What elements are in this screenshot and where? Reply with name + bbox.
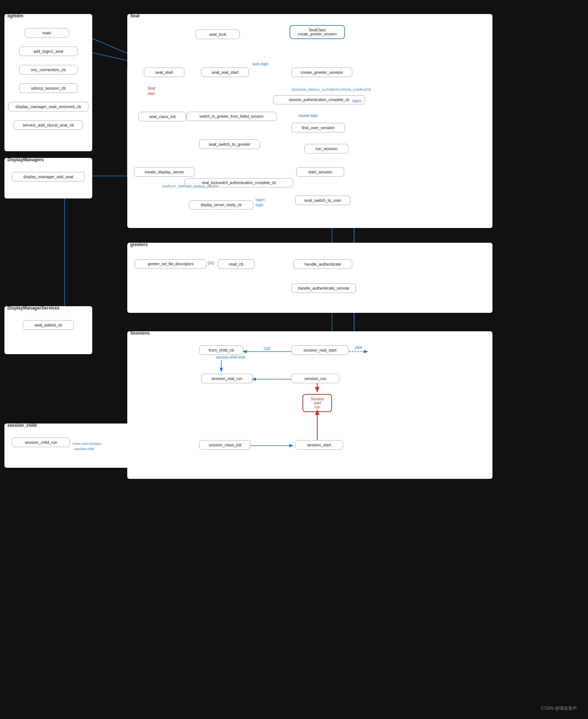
diagram-container: lightdm main add_login1_seat vnc_connect…	[0, 0, 588, 719]
panel-title-greeters: greeters	[130, 242, 148, 247]
node-read-cb: read_cb	[218, 259, 255, 269]
node-seat-added-cb: seat_added_cb	[23, 320, 74, 330]
label-seat-start: Seat start	[148, 86, 155, 96]
label-gio1: GIO	[208, 261, 214, 265]
label-auto-login: auto login	[253, 62, 269, 66]
panel-title-sessions: Sessions	[130, 331, 150, 336]
node-create-greeter-session: create_greeter_session	[291, 68, 352, 77]
panel-display-managers: DisplayManagers display_manager_add_seat	[4, 158, 92, 198]
panel-title-display-managers: DisplayManagers	[7, 157, 44, 162]
label-pipe: pipe	[355, 345, 362, 349]
label-gio2: GIO	[264, 347, 270, 351]
node-seat-class-init: seat_class_init	[138, 112, 186, 121]
label-session-signal: SESSION_SIGNAL_AUTHENTICATION_COMPLETE	[291, 88, 371, 91]
panel-title-lightdm: lightdm	[7, 13, 23, 18]
watermark: CSDN @哦迷黄声	[541, 705, 577, 712]
panel-sessions: Sessions from_child_cb GIO session_real_…	[127, 331, 492, 479]
panel-title-seat: Seat	[130, 13, 139, 18]
label-repeat-login: repeat login	[299, 114, 318, 118]
node-display-manager-seat-removed-cb: display_manager_seat_removed_cb	[8, 102, 89, 111]
panel-title-display-manager-services: DisplayManagerServices	[7, 305, 59, 311]
node-session-start: session_start	[295, 440, 343, 450]
node-session-auth-complete-cb: session_authentication_complete_cb	[273, 95, 365, 104]
node-main: main	[25, 28, 69, 38]
label-session-child-emit: session-child emit	[216, 355, 245, 359]
node-service-add-xlocal-seat-cb: service_add_xlocal_seat_cb	[14, 120, 83, 130]
node-session-run: session_run	[291, 374, 339, 383]
node-greeter-set-file-descriptors: greeter_set_file_descriptors	[135, 259, 207, 269]
label-login1: login	[256, 203, 263, 207]
node-seat-switch-to-greeter: seat_switch_to_greeter	[199, 139, 260, 149]
label-from-main-function: From main function --session-child	[73, 441, 101, 452]
node-session-real-start: session_real_start	[291, 345, 349, 355]
label-logon2: logon	[256, 198, 264, 202]
panel-seat: Seat seat_lock SeatClass create_greeter_…	[127, 14, 492, 228]
node-handle-authenticate-remote: handle_authenticate_remote	[291, 283, 356, 293]
node-session-real-run: session_real_run	[201, 374, 253, 383]
panel-greeters: greeters greeter_set_file_descriptors GI…	[127, 243, 492, 313]
label-logon1: logon	[352, 99, 361, 103]
node-run-session: run_session	[304, 144, 349, 153]
node-display-manager-add-seat: display_manager_add_seat	[12, 172, 85, 182]
node-create-display-server: create_display_server	[134, 167, 195, 177]
node-session-start-run: Session start run	[302, 394, 332, 412]
panel-display-manager-services: DisplayManagerServices seat_added_cb	[4, 306, 92, 354]
node-handle-authenticate: handle_authenticate	[293, 259, 352, 269]
node-session-class-init: session_class_init	[199, 440, 251, 450]
node-display-server-ready-cb: display_server_ready_cb	[189, 200, 253, 210]
node-xdmcp-session-cb: xdmcp_session_cb	[19, 83, 77, 93]
node-session-child-run: session_child_run	[12, 438, 70, 447]
node-switch-to-greeter-from-failed: switch_to_greeter_from_failed_session	[186, 112, 277, 121]
panel-title-session-child: session_child	[7, 423, 37, 428]
label-display-server-signal-ready: DISPLAY_SERVER_SIGNAL_READY	[162, 184, 219, 188]
node-seat-real-start: seat_real_start	[201, 68, 249, 77]
node-seat-lock: seat_lock	[196, 30, 240, 39]
node-from-child-cb: from_child_cb	[199, 345, 243, 355]
node-add-login1-seat: add_login1_seat	[19, 46, 77, 56]
node-start-session: start_session	[296, 167, 344, 177]
node-vnc-connection-cb: vnc_connection_cb	[19, 65, 77, 75]
node-seat-switch-to-user: seat_switch_to_user	[295, 196, 350, 205]
node-find-user-session: find_user_session	[291, 123, 345, 132]
panel-lightdm: lightdm main add_login1_seat vnc_connect…	[4, 14, 92, 151]
node-seat-start: seat_start	[144, 68, 184, 77]
node-seat-class-create-greeter: SeatClass create_greeter_session	[290, 25, 345, 39]
